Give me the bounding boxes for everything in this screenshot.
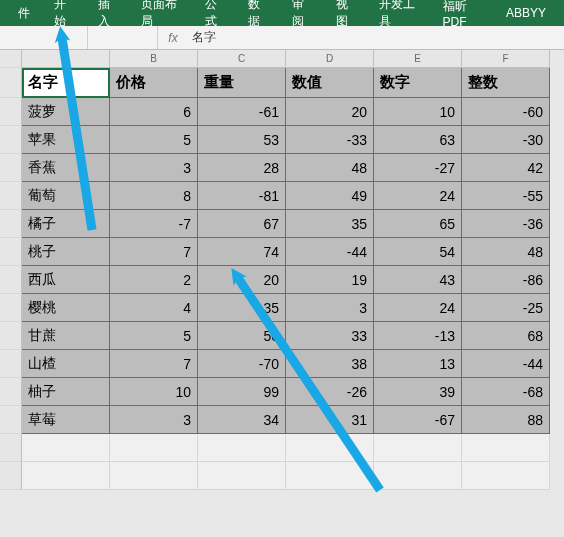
cell-value[interactable]: -33	[286, 126, 374, 154]
row-header[interactable]	[0, 322, 22, 350]
cell-value[interactable]: 63	[374, 126, 462, 154]
cell-value[interactable]: 5	[110, 322, 198, 350]
cell-value[interactable]: -7	[110, 210, 198, 238]
cell-value[interactable]: -26	[286, 378, 374, 406]
cell-name[interactable]: 草莓	[22, 406, 110, 434]
row-header[interactable]	[0, 238, 22, 266]
row-header[interactable]	[0, 462, 22, 490]
cell-name[interactable]: 橘子	[22, 210, 110, 238]
cell-value[interactable]: 74	[198, 238, 286, 266]
cell-value[interactable]: 31	[286, 406, 374, 434]
cell-value[interactable]: 50	[198, 322, 286, 350]
ribbon-tab-pagelayout[interactable]: 页面布局	[129, 0, 192, 26]
cell-value[interactable]: -30	[462, 126, 550, 154]
ribbon-tab-home[interactable]: 开始	[42, 0, 86, 26]
cell-value[interactable]: 65	[374, 210, 462, 238]
cell-F1[interactable]: 整数	[462, 68, 550, 98]
cell-value[interactable]: 3	[286, 294, 374, 322]
cell-value[interactable]: -60	[462, 98, 550, 126]
row-header[interactable]	[0, 68, 22, 98]
cell-value[interactable]: 38	[286, 350, 374, 378]
cell-value[interactable]: 48	[286, 154, 374, 182]
cell-name[interactable]: 葡萄	[22, 182, 110, 210]
spreadsheet[interactable]: A B C D E F 名字 价格 重量 数值 数字 整数 菠萝6-612010…	[0, 50, 564, 490]
cell-value[interactable]: 33	[286, 322, 374, 350]
cell-name[interactable]: 山楂	[22, 350, 110, 378]
ribbon-tab-developer[interactable]: 开发工具	[367, 0, 430, 26]
ribbon-tab-view[interactable]: 视图	[324, 0, 368, 26]
row-header[interactable]	[0, 154, 22, 182]
empty-cell[interactable]	[462, 434, 550, 462]
select-all-corner[interactable]	[0, 50, 22, 68]
cell-value[interactable]: 48	[462, 238, 550, 266]
row-header[interactable]	[0, 378, 22, 406]
cell-value[interactable]: 43	[374, 266, 462, 294]
empty-cell[interactable]	[110, 434, 198, 462]
cell-name[interactable]: 苹果	[22, 126, 110, 154]
cell-value[interactable]: 39	[374, 378, 462, 406]
cell-name[interactable]: 甘蔗	[22, 322, 110, 350]
empty-cell[interactable]	[462, 462, 550, 490]
cell-value[interactable]: 24	[374, 182, 462, 210]
cell-value[interactable]: 20	[286, 98, 374, 126]
name-box[interactable]	[0, 26, 88, 49]
cell-value[interactable]: 7	[110, 238, 198, 266]
cell-name[interactable]: 桃子	[22, 238, 110, 266]
ribbon-tab-formulas[interactable]: 公式	[193, 0, 237, 26]
ribbon-tab-insert[interactable]: 插入	[86, 0, 130, 26]
cell-value[interactable]: 49	[286, 182, 374, 210]
cell-value[interactable]: -55	[462, 182, 550, 210]
cell-value[interactable]: 35	[286, 210, 374, 238]
cell-name[interactable]: 西瓜	[22, 266, 110, 294]
empty-cell[interactable]	[286, 434, 374, 462]
cell-value[interactable]: 68	[462, 322, 550, 350]
row-header[interactable]	[0, 182, 22, 210]
row-header[interactable]	[0, 406, 22, 434]
cell-value[interactable]: 88	[462, 406, 550, 434]
cell-value[interactable]: -25	[462, 294, 550, 322]
cell-name[interactable]: 香蕉	[22, 154, 110, 182]
row-header[interactable]	[0, 266, 22, 294]
row-header[interactable]	[0, 210, 22, 238]
cell-name[interactable]: 菠萝	[22, 98, 110, 126]
col-header-A[interactable]: A	[22, 50, 110, 68]
cell-value[interactable]: 2	[110, 266, 198, 294]
cell-value[interactable]: 54	[374, 238, 462, 266]
ribbon-tab-review[interactable]: 审阅	[280, 0, 324, 26]
cell-value[interactable]: 42	[462, 154, 550, 182]
cell-value[interactable]: -44	[462, 350, 550, 378]
fx-label[interactable]: fx	[158, 31, 188, 45]
cell-value[interactable]: 6	[110, 98, 198, 126]
cell-value[interactable]: 28	[198, 154, 286, 182]
cell-C1[interactable]: 重量	[198, 68, 286, 98]
row-header[interactable]	[0, 350, 22, 378]
cell-value[interactable]: 20	[198, 266, 286, 294]
cell-value[interactable]: 24	[374, 294, 462, 322]
cell-value[interactable]: -67	[374, 406, 462, 434]
row-header[interactable]	[0, 434, 22, 462]
cell-D1[interactable]: 数值	[286, 68, 374, 98]
col-header-D[interactable]: D	[286, 50, 374, 68]
cell-B1[interactable]: 价格	[110, 68, 198, 98]
cell-value[interactable]: -36	[462, 210, 550, 238]
empty-cell[interactable]	[198, 434, 286, 462]
cell-value[interactable]: -61	[198, 98, 286, 126]
empty-cell[interactable]	[22, 462, 110, 490]
empty-cell[interactable]	[374, 434, 462, 462]
row-header[interactable]	[0, 126, 22, 154]
cell-value[interactable]: -86	[462, 266, 550, 294]
empty-cell[interactable]	[374, 462, 462, 490]
cell-E1[interactable]: 数字	[374, 68, 462, 98]
col-header-F[interactable]: F	[462, 50, 550, 68]
cell-value[interactable]: 19	[286, 266, 374, 294]
cell-name[interactable]: 柚子	[22, 378, 110, 406]
cell-value[interactable]: -68	[462, 378, 550, 406]
col-header-B[interactable]: B	[110, 50, 198, 68]
ribbon-tab-abbyy[interactable]: ABBYY	[494, 0, 558, 26]
empty-cell[interactable]	[286, 462, 374, 490]
cell-value[interactable]: 34	[198, 406, 286, 434]
cell-value[interactable]: 3	[110, 406, 198, 434]
cell-value[interactable]: 53	[198, 126, 286, 154]
cell-value[interactable]: -70	[198, 350, 286, 378]
empty-cell[interactable]	[198, 462, 286, 490]
